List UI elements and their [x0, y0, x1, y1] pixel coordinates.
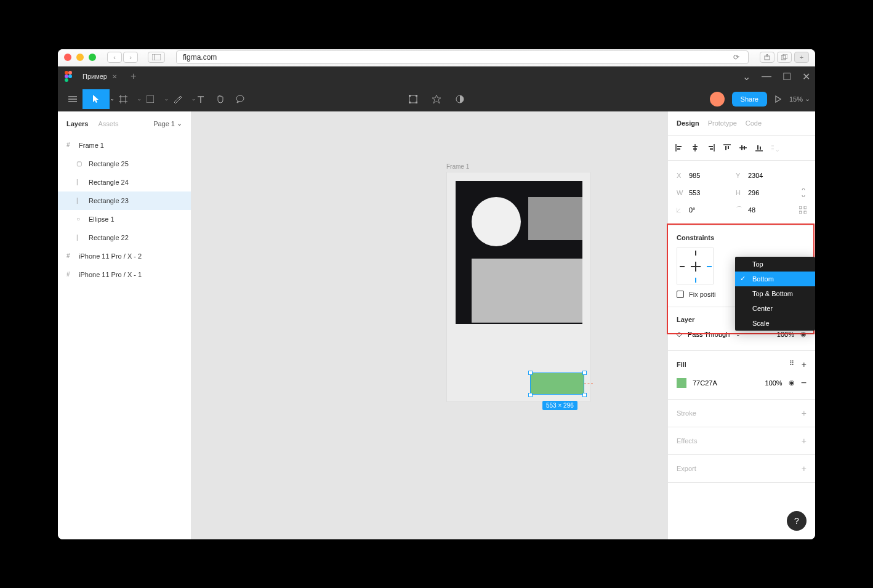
window-close[interactable] [64, 54, 71, 61]
selection-handle[interactable] [582, 371, 587, 375]
present-button[interactable] [774, 95, 782, 103]
page-selector[interactable]: Page 1 ⌄ [153, 119, 182, 127]
align-bottom-icon[interactable] [755, 144, 763, 151]
selection-handle[interactable] [528, 393, 533, 397]
add-effect[interactable]: + [802, 436, 807, 446]
eye-icon[interactable]: ◉ [789, 379, 795, 387]
w-input[interactable]: 553 [689, 189, 732, 196]
x-input[interactable]: 985 [689, 172, 732, 179]
help-button[interactable]: ? [787, 511, 807, 531]
share-button[interactable]: Share [732, 92, 767, 107]
ellipse-1[interactable] [472, 197, 521, 246]
layer-item[interactable]: |Rectangle 24 [58, 173, 191, 191]
svg-point-20 [236, 95, 244, 102]
style-icon[interactable]: ⠿ [789, 360, 794, 369]
tab-code[interactable]: Code [746, 119, 762, 127]
add-tab[interactable]: + [126, 71, 141, 82]
constraint-widget[interactable] [677, 248, 714, 284]
hand-tool[interactable] [211, 89, 230, 109]
selection-handle[interactable] [582, 393, 587, 397]
independent-corners-icon[interactable] [799, 206, 807, 214]
maximize-icon[interactable]: ☐ [782, 71, 791, 83]
new-tab[interactable]: + [794, 52, 809, 63]
eye-icon[interactable]: ◉ [800, 330, 807, 338]
tabs-icon[interactable] [777, 52, 792, 63]
zoom-level[interactable]: 15% ⌄ [789, 95, 810, 103]
dropdown-option[interactable]: Scale [735, 316, 815, 331]
y-input[interactable]: 2304 [748, 172, 791, 179]
component-icon[interactable] [403, 89, 423, 109]
fill-swatch[interactable] [677, 378, 686, 388]
close-icon[interactable]: ✕ [112, 73, 117, 80]
tab-prototype[interactable]: Prototype [708, 119, 737, 127]
h-input[interactable]: 296 [748, 189, 791, 196]
add-export[interactable]: + [802, 464, 807, 473]
close-window-icon[interactable]: ✕ [802, 71, 810, 83]
nav-forward[interactable]: › [123, 52, 138, 63]
mask-icon[interactable] [427, 89, 446, 109]
remove-fill[interactable]: − [801, 377, 807, 389]
hamburger-menu[interactable] [63, 89, 82, 109]
layer-item[interactable]: #Frame 1 [58, 136, 191, 155]
layer-type-icon: ○ [76, 215, 82, 222]
svg-rect-0 [152, 54, 161, 60]
align-left-icon[interactable] [675, 144, 683, 151]
reload-icon[interactable]: ⟳ [733, 53, 739, 62]
blend-icon[interactable]: ◇ [677, 330, 682, 338]
dropdown-option[interactable]: Top [735, 257, 815, 272]
layer-item[interactable]: ▢Rectangle 25 [58, 155, 191, 173]
rotation-input[interactable]: 0° [689, 206, 732, 214]
tab-layers[interactable]: Layers [66, 120, 98, 127]
share-icon[interactable] [760, 52, 774, 63]
comment-tool[interactable] [230, 89, 250, 109]
move-tool[interactable]: ⌄ [82, 89, 110, 109]
dropdown-option[interactable]: ✓Bottom [735, 272, 815, 286]
fill-opacity[interactable]: 100% [765, 379, 782, 387]
distribute-icon[interactable]: ⦙⦙ ⌄ [771, 144, 779, 152]
minimize-icon[interactable]: — [762, 71, 771, 83]
frame-label[interactable]: Frame 1 [446, 163, 469, 170]
window-maximize[interactable] [89, 54, 96, 61]
layer-item[interactable]: #iPhone 11 Pro / X - 1 [58, 265, 191, 284]
dropdown-option[interactable]: Center [735, 301, 815, 316]
align-top-icon[interactable] [723, 144, 731, 151]
rectangle-24[interactable] [528, 197, 582, 240]
sidebar-toggle[interactable] [148, 52, 165, 63]
frame-1[interactable] [446, 172, 590, 402]
text-tool[interactable] [191, 89, 211, 109]
add-stroke[interactable]: + [802, 408, 807, 418]
figma-logo-icon[interactable] [63, 71, 74, 82]
avatar[interactable] [710, 92, 725, 107]
layer-item[interactable]: |Rectangle 23 [58, 191, 191, 210]
blend-mode[interactable]: Pass Through [688, 331, 730, 338]
pen-tool[interactable]: ⌄ [164, 89, 191, 109]
align-center-h-icon[interactable] [691, 144, 699, 151]
fix-position-checkbox[interactable] [677, 291, 684, 298]
layer-item[interactable]: |Rectangle 22 [58, 228, 191, 247]
layer-item[interactable]: ○Ellipse 1 [58, 210, 191, 228]
fill-hex[interactable]: 77C27A [693, 379, 717, 387]
canvas[interactable]: Frame 1 553 × 296 [191, 111, 667, 539]
boolean-icon[interactable] [450, 89, 470, 109]
layer-opacity[interactable]: 100% [777, 331, 794, 338]
nav-back[interactable]: ‹ [107, 52, 122, 63]
app-tab[interactable]: Пример ✕ [74, 66, 126, 87]
align-center-v-icon[interactable] [739, 144, 747, 151]
tab-design[interactable]: Design [677, 119, 699, 127]
frame-tool[interactable]: ⌄ [110, 89, 137, 109]
rectangle-23-selected[interactable] [530, 373, 584, 395]
window-minimize[interactable] [76, 54, 84, 61]
rectangle-25[interactable] [472, 259, 582, 323]
radius-input[interactable]: 48 [748, 206, 791, 214]
chevron-down-icon[interactable]: ⌄ [742, 71, 750, 83]
tab-assets[interactable]: Assets [98, 120, 128, 127]
layer-item[interactable]: #iPhone 11 Pro / X - 2 [58, 247, 191, 265]
rectangle-tool[interactable]: ⌄ [137, 89, 164, 109]
dropdown-option[interactable]: Top & Bottom [735, 286, 815, 301]
rectangle-22[interactable] [456, 181, 582, 324]
align-right-icon[interactable] [707, 144, 715, 151]
link-icon[interactable] [800, 188, 807, 197]
url-bar[interactable]: figma.com ⟳ [176, 50, 749, 64]
add-fill[interactable]: + [802, 360, 807, 369]
selection-handle[interactable] [528, 371, 533, 375]
